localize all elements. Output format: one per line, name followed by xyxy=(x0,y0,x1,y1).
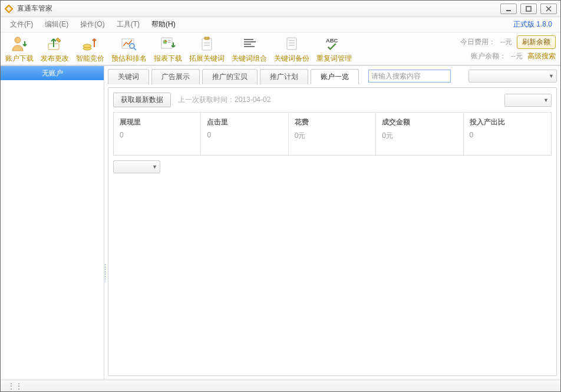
small-combo[interactable]: ▼ xyxy=(113,160,160,173)
tb-estimate-rank[interactable]: 预估和排名 xyxy=(111,35,147,65)
splitter-handle[interactable] xyxy=(104,261,107,284)
titlebar: 直通车管家 xyxy=(1,1,560,17)
account-info: 今日费用： --元 刷新余额 账户余额： --元 高级搜索 xyxy=(460,35,556,65)
tab-plans[interactable]: 推广计划 xyxy=(260,69,308,84)
resize-grip-icon[interactable]: ⋮⋮ xyxy=(8,382,23,390)
chevron-down-icon: ▼ xyxy=(152,164,157,170)
fetch-latest-button[interactable]: 获取最新数据 xyxy=(113,93,171,107)
chevron-down-icon: ▼ xyxy=(549,73,554,79)
coins-up-icon xyxy=(81,35,100,52)
svg-rect-24 xyxy=(244,46,255,47)
tab-ad-display[interactable]: 广告展示 xyxy=(151,69,200,84)
menu-help[interactable]: 帮助(H) xyxy=(146,18,182,31)
version-label: 正式版 1.8.0 xyxy=(513,19,557,29)
balance-label: 账户余额： xyxy=(471,51,506,61)
stat-impressions-label: 展现里 xyxy=(120,117,194,127)
search-input[interactable]: 请输入搜索内容 xyxy=(368,70,451,83)
svg-rect-3 xyxy=(526,6,531,11)
tb-expand-keywords[interactable]: 拓展关键词 xyxy=(189,35,225,65)
tab-account-overview[interactable]: 账户一览 xyxy=(311,69,359,84)
filter-combo[interactable]: ▼ xyxy=(468,70,557,83)
svg-rect-16 xyxy=(168,42,171,43)
search-wrapper: 请输入搜索内容 xyxy=(368,70,451,83)
stat-clicks-label: 点击里 xyxy=(207,117,282,127)
svg-rect-2 xyxy=(506,10,511,11)
svg-line-12 xyxy=(134,48,136,50)
stat-transaction-value: 0元 xyxy=(382,131,457,141)
tb-keyword-backup-label: 关键词备份 xyxy=(274,54,309,65)
main-area: 无账户 关键词 广告展示 推广的宝贝 推广计划 账户一览 请输入搜索内容 ▼ xyxy=(1,65,560,380)
sidebar: 无账户 xyxy=(1,66,104,380)
document-lines-icon xyxy=(282,35,301,52)
app-icon xyxy=(4,4,14,14)
advanced-search-link[interactable]: 高级搜索 xyxy=(527,51,556,61)
panel-empty-area xyxy=(113,178,552,371)
window-title: 直通车管家 xyxy=(17,4,52,14)
svg-rect-27 xyxy=(289,42,295,44)
chart-search-icon xyxy=(120,35,138,52)
stats-grid: 展现里 0 点击里 0 花费 0元 成交金额 0元 投入产出比 0 xyxy=(113,112,552,156)
svg-rect-18 xyxy=(204,37,209,39)
svg-rect-15 xyxy=(168,40,171,41)
toolbar: 账户下载 发布更改 智能竞价 预估和排名 报表下载 拓展关键词 关键词组合 关键… xyxy=(1,32,560,65)
tb-report-download-label: 报表下载 xyxy=(154,54,182,65)
panel-top: 获取最新数据 上一次获取时间：2013-04-02 ▼ xyxy=(113,93,552,107)
svg-rect-19 xyxy=(204,42,210,44)
tb-dup-keyword-manage-label: 重复词管理 xyxy=(316,54,352,65)
svg-text:ABC: ABC xyxy=(326,37,338,44)
menu-action[interactable]: 操作(O) xyxy=(74,18,110,31)
stat-impressions: 展现里 0 xyxy=(114,113,201,155)
stat-cost-value: 0元 xyxy=(295,131,369,141)
stat-cost: 花费 0元 xyxy=(289,113,376,155)
tab-keywords[interactable]: 关键词 xyxy=(108,69,149,84)
tb-download-account[interactable]: 账户下载 xyxy=(5,35,34,65)
svg-rect-23 xyxy=(244,44,251,45)
stat-clicks: 点击里 0 xyxy=(201,113,288,155)
tb-estimate-rank-label: 预估和排名 xyxy=(111,54,147,65)
balance-value: --元 xyxy=(511,51,523,61)
stat-roi-value: 0 xyxy=(470,131,545,139)
tb-report-download[interactable]: 报表下载 xyxy=(154,35,182,65)
tb-publish-changes[interactable]: 发布更改 xyxy=(41,35,69,65)
svg-rect-17 xyxy=(202,38,212,50)
maximize-button[interactable] xyxy=(520,4,537,14)
svg-point-6 xyxy=(15,37,21,43)
menu-edit[interactable]: 编辑(E) xyxy=(39,18,74,31)
tb-keyword-backup[interactable]: 关键词备份 xyxy=(274,35,309,65)
svg-rect-25 xyxy=(287,38,296,50)
close-button[interactable] xyxy=(540,4,557,14)
svg-point-9 xyxy=(83,44,91,48)
sidebar-item-no-account[interactable]: 无账户 xyxy=(1,66,104,80)
tb-keyword-combo-label: 关键词组合 xyxy=(232,54,267,65)
tb-dup-keyword-manage[interactable]: ABC 重复词管理 xyxy=(316,35,352,65)
refresh-balance-button[interactable]: 刷新余额 xyxy=(517,35,556,49)
user-download-icon xyxy=(10,35,29,52)
list-lines-icon xyxy=(240,35,259,52)
last-fetch-prefix: 上一次获取时间： xyxy=(178,95,235,104)
statusbar: ⋮⋮ xyxy=(1,380,560,391)
window-controls xyxy=(500,4,557,14)
stat-transaction-label: 成交金额 xyxy=(382,117,457,127)
report-download-icon xyxy=(159,35,177,52)
today-cost-value: --元 xyxy=(500,37,512,47)
tb-download-account-label: 账户下载 xyxy=(5,54,34,65)
stat-clicks-value: 0 xyxy=(207,131,282,139)
clipboard-icon xyxy=(197,35,216,52)
tabs: 关键词 广告展示 推广的宝贝 推广计划 账户一览 xyxy=(108,68,359,84)
menu-file[interactable]: 文件(F) xyxy=(4,18,39,31)
svg-rect-21 xyxy=(244,39,253,40)
svg-rect-26 xyxy=(289,40,295,41)
stat-transaction: 成交金额 0元 xyxy=(376,113,463,155)
minimize-button[interactable] xyxy=(500,4,517,14)
upload-edit-icon xyxy=(45,35,64,52)
range-combo[interactable]: ▼ xyxy=(504,94,552,107)
tb-smart-bid[interactable]: 智能竞价 xyxy=(76,35,104,65)
tb-publish-changes-label: 发布更改 xyxy=(41,54,69,65)
stat-roi: 投入产出比 0 xyxy=(464,113,551,155)
svg-rect-13 xyxy=(161,38,172,48)
search-placeholder: 请输入搜索内容 xyxy=(371,71,421,81)
tb-keyword-combo[interactable]: 关键词组合 xyxy=(232,35,267,65)
menu-tool[interactable]: 工具(T) xyxy=(111,18,146,31)
last-fetch-label: 上一次获取时间：2013-04-02 xyxy=(178,95,270,105)
tab-products[interactable]: 推广的宝贝 xyxy=(202,69,258,84)
